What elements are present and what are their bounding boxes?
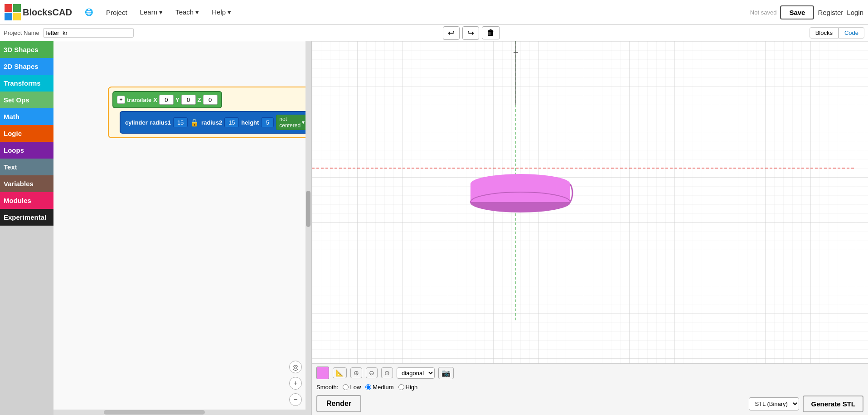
top-navbar: BlocksCAD 🌐 Project Learn ▾ Teach ▾ Help…	[0, 0, 868, 25]
cylinder-centered-arrow: ▾	[302, 119, 305, 125]
login-button[interactable]: Login	[847, 9, 863, 16]
help-nav[interactable]: Help ▾	[207, 5, 236, 19]
learn-nav[interactable]: Learn ▾	[136, 5, 168, 19]
workspace-scroll-thumb-h[interactable]	[104, 410, 204, 415]
cylinder-radius1-label: radius1	[150, 119, 171, 126]
translate-block: + translate X Y Z	[112, 91, 222, 108]
svg-rect-0	[5, 4, 12, 12]
logo-area: BlocksCAD	[5, 4, 72, 20]
cylinder-height-input[interactable]	[261, 117, 274, 127]
cylinder-centered-dropdown[interactable]: not centered ▾	[276, 115, 308, 130]
translate-x-label: X	[153, 97, 157, 103]
viewport-bottom: 📐 ⊕ ⊖ ⊙ diagonal front top side 📷 Smooth…	[312, 363, 868, 415]
cylinder-radius2-input[interactable]	[224, 117, 239, 127]
smooth-bar: Smooth: Low Medium High	[312, 382, 868, 392]
stl-format-select[interactable]: STL (Binary) STL (ASCII)	[749, 397, 799, 410]
sidebar-item-2d-shapes[interactable]: 2D Shapes	[0, 58, 53, 75]
workspace-bottom-controls: ◎ + −	[289, 361, 302, 406]
camera-button[interactable]: 📷	[438, 367, 454, 379]
color-swatch[interactable]	[316, 367, 329, 379]
sidebar-item-variables[interactable]: Variables	[0, 175, 53, 192]
cylinder-block: cylinder radius1 🔒 radius2 height not ce…	[120, 111, 312, 134]
save-button[interactable]: Save	[780, 5, 814, 19]
cylinder-centered-label: not centered	[279, 116, 301, 129]
smooth-low-label: Low	[350, 384, 361, 391]
sidebar-item-modules[interactable]: Modules	[0, 192, 53, 209]
svg-rect-5	[312, 41, 868, 415]
teach-nav[interactable]: Teach ▾	[171, 5, 204, 19]
cylinder-radius2-label: radius2	[201, 119, 222, 126]
view-angle-select[interactable]: diagonal front top side	[397, 367, 435, 379]
sidebar-bottom	[0, 226, 53, 415]
sidebar-item-set-ops[interactable]: Set Ops	[0, 92, 53, 108]
smooth-medium-radio[interactable]	[365, 384, 371, 390]
zoom-in-button[interactable]: +	[289, 377, 302, 390]
smooth-high-radio[interactable]	[398, 384, 404, 390]
smooth-low-option[interactable]: Low	[343, 384, 361, 391]
globe-nav[interactable]: 🌐	[80, 5, 98, 19]
project-name-input[interactable]	[43, 28, 134, 38]
center-view-button[interactable]: ◎	[289, 361, 302, 373]
smooth-high-label: High	[406, 384, 418, 391]
translate-z-label: Z	[198, 97, 201, 103]
translate-y-label: Y	[175, 97, 179, 103]
code-tab[interactable]: Code	[839, 27, 864, 39]
translate-y-input[interactable]	[181, 95, 196, 105]
sidebar-item-transforms[interactable]: Transforms	[0, 75, 53, 92]
cylinder-height-label: height	[241, 119, 259, 126]
lock-icon[interactable]: 🔒	[190, 118, 199, 127]
sidebar-item-loops[interactable]: Loops	[0, 142, 53, 159]
translate-label: translate	[127, 97, 151, 103]
sidebar: 3D Shapes 2D Shapes Transforms Set Ops M…	[0, 41, 53, 415]
smooth-label: Smooth:	[316, 384, 338, 391]
sidebar-item-3d-shapes[interactable]: 3D Shapes	[0, 41, 53, 58]
workspace-scrollbar-h[interactable]	[53, 410, 305, 415]
topnav-right: Not saved Save Register Login	[750, 5, 863, 19]
zoom-in-viewport-button[interactable]: ⊕	[350, 367, 362, 378]
svg-rect-3	[13, 13, 21, 20]
generate-stl-button[interactable]: Generate STL	[803, 396, 863, 412]
sidebar-item-logic[interactable]: Logic	[0, 125, 53, 142]
sidebar-item-experimental[interactable]: Experimental	[0, 209, 53, 226]
zoom-out-button[interactable]: −	[289, 393, 302, 406]
smooth-medium-option[interactable]: Medium	[365, 384, 393, 391]
workspace-scrollbar-v[interactable]	[305, 41, 311, 415]
blocks-tab[interactable]: Blocks	[810, 27, 839, 39]
viewport-grid	[312, 41, 868, 415]
viewport[interactable]: 📐 ⊕ ⊖ ⊙ diagonal front top side 📷 Smooth…	[312, 41, 868, 415]
workspace[interactable]: + translate X Y Z cylinder radius1 🔒	[53, 41, 312, 415]
blocks-code-toggle: Blocks Code	[810, 27, 864, 39]
render-button[interactable]: Render	[316, 395, 361, 412]
delete-button[interactable]: 🗑	[482, 26, 500, 39]
main-layout: 3D Shapes 2D Shapes Transforms Set Ops M…	[0, 41, 868, 415]
sidebar-item-math[interactable]: Math	[0, 108, 53, 125]
svg-rect-2	[5, 13, 12, 20]
smooth-low-radio[interactable]	[343, 384, 349, 390]
cylinder-label: cylinder	[125, 119, 148, 126]
not-saved-label: Not saved	[750, 9, 777, 16]
register-button[interactable]: Register	[818, 9, 843, 16]
cylinder-radius1-input[interactable]	[173, 117, 188, 127]
smooth-medium-label: Medium	[373, 384, 393, 391]
undo-button[interactable]: ↩	[443, 26, 460, 40]
logo-icon	[5, 4, 21, 20]
redo-button[interactable]: ↪	[462, 26, 479, 40]
block-area: + translate X Y Z cylinder radius1 🔒	[108, 87, 312, 138]
zoom-out-viewport-button[interactable]: ⊖	[366, 367, 378, 378]
home-view-button[interactable]: ⊙	[381, 367, 393, 378]
project-nav[interactable]: Project	[102, 6, 132, 19]
translate-z-input[interactable]	[203, 95, 218, 105]
project-name-label: Project Name	[4, 29, 39, 36]
svg-rect-1	[13, 4, 21, 12]
logo-text: BlocksCAD	[23, 7, 72, 18]
viewport-controls: 📐 ⊕ ⊖ ⊙ diagonal front top side 📷	[312, 364, 868, 382]
toolbar-center: ↩ ↪ 🗑	[443, 26, 500, 40]
ruler-button[interactable]: 📐	[333, 367, 347, 378]
svg-point-12	[470, 174, 570, 194]
smooth-high-option[interactable]: High	[398, 384, 418, 391]
workspace-scroll-thumb-v[interactable]	[306, 191, 310, 227]
sidebar-item-text[interactable]: Text	[0, 159, 53, 175]
translate-x-input[interactable]	[159, 95, 174, 105]
translate-plus-button[interactable]: +	[117, 96, 125, 104]
cylinder-3d-shape	[466, 159, 575, 213]
